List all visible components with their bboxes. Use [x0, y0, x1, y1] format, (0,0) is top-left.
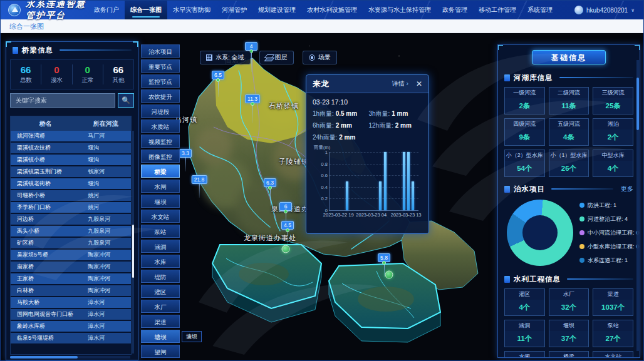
card-value: 1037个 — [593, 300, 633, 315]
table-row[interactable]: 王家桥陶家冲河 — [11, 273, 131, 284]
section-bullet — [504, 276, 510, 283]
river-cell: 漳水河 — [80, 310, 131, 318]
layer-item-水厂[interactable]: 水厂 — [141, 300, 180, 313]
bridge-table-header: 桥名 所在河流 — [11, 116, 131, 131]
nav-item-规划建设管理[interactable]: 规划建设管理 — [252, 1, 301, 19]
nav-item-移动工作管理[interactable]: 移动工作管理 — [473, 1, 522, 19]
water-level-marker[interactable]: 5.8 — [378, 253, 390, 277]
water-level-marker[interactable]: 6.5 — [212, 71, 224, 97]
layer-item-水文站[interactable]: 水文站 — [141, 210, 180, 223]
x-tick-label: 2023-03-23 04 — [356, 212, 387, 218]
table-row[interactable]: 李学桥门口桥姚河 — [11, 202, 131, 213]
table-row[interactable]: 吴家坝5号桥陶家冲河 — [11, 250, 131, 260]
layer-item-塘坝[interactable]: 塘坝塘坝 — [141, 330, 180, 343]
legend-item: 水系连通工程: 1 — [579, 257, 639, 265]
bridge-name-cell: 国网电网观音寺门口桥 — [11, 310, 80, 318]
close-icon[interactable]: ✕ — [416, 80, 422, 88]
layer-item-渠道[interactable]: 渠道 — [141, 315, 180, 328]
layer-item-水闸[interactable]: 水闸 — [141, 180, 180, 193]
table-row[interactable]: 司堰桥小桥姚河 — [11, 190, 131, 201]
layer-item-涵洞[interactable]: 涵洞 — [141, 240, 180, 253]
app-title: 水系连通智慧管护平台 — [26, 0, 88, 21]
water-level-marker[interactable]: 21.8 — [192, 175, 207, 198]
table-row[interactable]: 象岭水库桥漳水河 — [11, 321, 131, 332]
table-row[interactable]: 河边桥九股泉河 — [11, 214, 131, 225]
info-card-水厂: 水厂32个 — [549, 288, 589, 316]
layer-item-桥梁[interactable]: 桥梁 — [141, 165, 180, 178]
section-bullet — [504, 74, 510, 81]
water-level-marker[interactable]: 4.5 — [281, 221, 294, 246]
legend-item: 河道整治工程: 4 — [579, 215, 639, 223]
layer-item-视频监控[interactable]: 视频监控 — [141, 135, 180, 148]
popup-title: 来龙 — [313, 79, 330, 89]
nav-item-系统管理[interactable]: 系统管理 — [522, 1, 558, 19]
search-button[interactable]: 🔍 — [118, 93, 134, 108]
map-control-grid[interactable]: 水系: 全域 — [200, 51, 251, 64]
nav-item-水旱灾害防御[interactable]: 水旱灾害防御 — [167, 1, 216, 19]
layer-item-河堤段[interactable]: 河堤段 — [141, 104, 180, 118]
table-row[interactable]: 国网电网观音寺门口桥漳水河 — [11, 309, 131, 320]
table-row[interactable]: 临泉5号堰堤桥漳水河 — [11, 333, 131, 343]
table-row[interactable]: 栗溪镇老街桥堰沟 — [11, 178, 131, 189]
river-cell: 陶家冲河 — [80, 275, 131, 283]
layer-item-治水项目[interactable]: 治水项目 — [141, 44, 180, 58]
layer-item-望闸[interactable]: 望闸 — [141, 345, 180, 358]
nav-item-政务门户[interactable]: 政务门户 — [88, 1, 125, 19]
more-link[interactable]: 更多 — [621, 185, 633, 193]
user-menu[interactable]: hkub42080201 ∨ — [574, 6, 635, 14]
table-row[interactable]: 栗溪镇小桥堰沟 — [11, 155, 131, 165]
map-control-scene[interactable]: 场景 — [303, 51, 337, 64]
layer-item-水质站[interactable]: 水质站 — [141, 119, 180, 133]
camera-marker-icon[interactable] — [282, 245, 290, 253]
nav-item-河湖管护[interactable]: 河湖管护 — [216, 1, 252, 19]
water-level-marker[interactable]: 11.3 — [245, 94, 260, 123]
popup-timestamp: 03-23 17:10 — [313, 98, 422, 106]
panel-scrollbar[interactable] — [636, 60, 639, 351]
layer-item-泵站[interactable]: 泵站 — [141, 225, 180, 238]
layer-item-重要节点[interactable]: 重要节点 — [141, 59, 180, 73]
table-row[interactable]: 姚河张湾桥马厂河 — [11, 131, 131, 141]
rain-bar — [412, 181, 414, 211]
layer-item-监控节点[interactable]: 监控节点 — [141, 74, 180, 88]
table-row[interactable]: 矿区桥九股泉河 — [11, 238, 131, 248]
layer-item-堤防[interactable]: 堤防 — [141, 270, 180, 283]
bridge-stat-其他: 66其他 — [103, 64, 133, 84]
map-control-layers[interactable]: 图层 — [259, 51, 294, 64]
y-tick-label: 0.4 — [321, 184, 328, 190]
search-input[interactable] — [10, 93, 115, 108]
table-row[interactable]: 唐家桥陶家冲河 — [11, 262, 131, 272]
layer-item-图像监控[interactable]: 图像监控 — [141, 150, 180, 163]
nav-item-农村水利设施管理[interactable]: 农村水利设施管理 — [301, 1, 363, 19]
basic-info-badge[interactable]: 基础信息 — [532, 50, 606, 64]
table-row[interactable]: 栗溪镇栗玉荆门桥钱家河 — [11, 166, 131, 177]
water-level-marker[interactable]: 6.3 — [264, 178, 276, 206]
card-label: 中型水库 — [593, 150, 633, 161]
table-row[interactable]: 栗溪镇农技桥堰沟 — [11, 143, 131, 153]
breadcrumb[interactable]: 综合一张图 — [1, 19, 643, 33]
table-row[interactable]: 禹头小桥九股泉河 — [11, 226, 131, 236]
nav-item-综合一张图[interactable]: 综合一张图 — [125, 1, 167, 19]
table-vertical-scrollbar[interactable] — [132, 131, 134, 353]
user-avatar — [574, 6, 583, 14]
table-horizontal-scrollbar[interactable] — [10, 356, 130, 358]
layer-item-灌区[interactable]: 灌区 — [141, 285, 180, 298]
layer-item-农饮提升[interactable]: 农饮提升 — [141, 89, 180, 103]
table-row[interactable]: 马鞍大桥漳水河 — [11, 297, 131, 308]
layer-item-水库[interactable]: 水库 — [141, 255, 180, 268]
map-town-label: 子陵铺镇 — [279, 157, 309, 166]
river-cell: 九股泉河 — [80, 215, 131, 223]
map-control-label: 水系: 全域 — [216, 53, 244, 62]
y-tick-label: 0.8 — [321, 161, 328, 166]
water-level-marker[interactable]: 3.3 — [179, 149, 192, 171]
nav-item-水资源与水土保持管理[interactable]: 水资源与水土保持管理 — [363, 1, 437, 19]
bridge-name-cell: 白林桥 — [11, 287, 80, 295]
facility-cards: 灌区4个水厂32个渠道1037个涵洞11个堰坝37个泵站27个水闸47个桥梁66… — [504, 288, 633, 358]
marker-stem — [218, 82, 219, 97]
nav-item-政务管理[interactable]: 政务管理 — [437, 1, 473, 19]
card-value: 27个 — [593, 331, 633, 347]
table-row[interactable]: 白林桥陶家冲河 — [11, 285, 131, 296]
popup-detail-link[interactable]: 详情 › — [392, 79, 408, 88]
x-tick-label: 2023-03-22 19 — [323, 212, 354, 218]
rain-metric: 24h雨量: 2 mm — [313, 133, 366, 142]
layer-item-堰坝[interactable]: 堰坝 — [141, 195, 180, 208]
